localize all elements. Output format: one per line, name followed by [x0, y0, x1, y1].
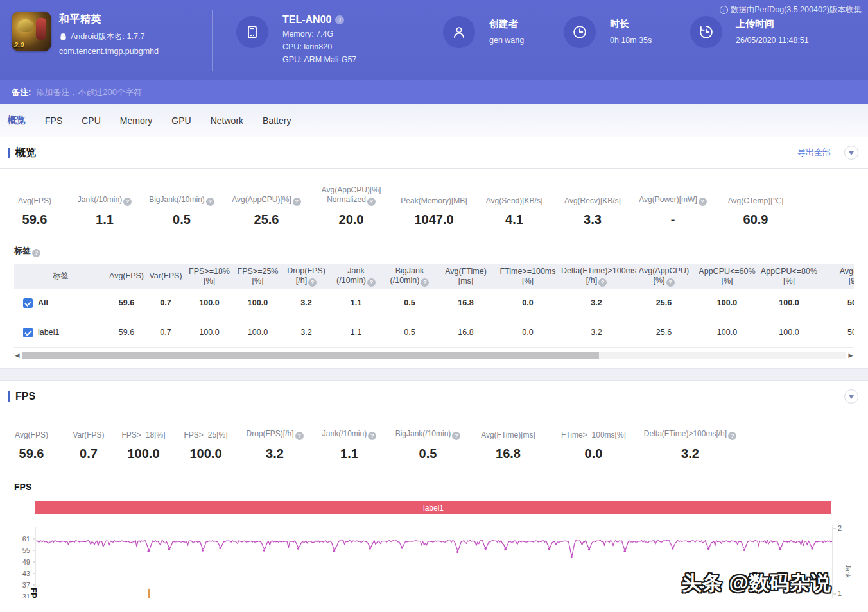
column-header: FPS>=18%[%]	[186, 267, 233, 286]
upload-value: 26/05/2020 11:48:51	[736, 36, 809, 45]
table-cell: 1.1	[330, 328, 382, 337]
help-icon[interactable]: ?	[32, 249, 40, 257]
clock-icon	[571, 24, 588, 40]
help-icon[interactable]: ?	[206, 198, 214, 206]
app-package: com.tencent.tmgp.pubgmhd	[59, 47, 159, 56]
svg-text:1: 1	[838, 590, 842, 597]
help-icon[interactable]: ?	[367, 278, 376, 287]
upload-icon-circle	[690, 16, 722, 48]
device-info-icon[interactable]: i	[335, 15, 344, 24]
device-cpu: CPU: kirin820	[282, 42, 356, 51]
help-icon[interactable]: ?	[666, 278, 675, 287]
stat-avg-appcpu-: Avg(AppCPU)[%]?25.6	[223, 195, 309, 227]
help-icon[interactable]: ?	[452, 432, 460, 440]
stat-value: 60.9	[714, 212, 797, 227]
fps-collapse-button[interactable]	[844, 389, 858, 404]
device-memory: Memory: 7.4G	[282, 30, 356, 38]
help-icon[interactable]: ?	[308, 278, 317, 287]
column-header: Delta(FTime)>100ms[/h]?	[561, 266, 632, 287]
help-icon[interactable]: ?	[293, 198, 301, 206]
tab-GPU[interactable]: GPU	[171, 115, 191, 126]
stat-label: Avg(Send)[KB/s]	[475, 196, 553, 206]
help-icon[interactable]: ?	[421, 278, 429, 287]
user-icon	[451, 24, 467, 40]
stat-avg-ctemp-: Avg(CTemp)[℃]60.9	[714, 196, 797, 227]
stat-label: FTime>=100ms[%]	[548, 430, 639, 440]
stat-drop-fps-h-: Drop(FPS)[/h]?3.2	[239, 429, 311, 461]
tab-Battery[interactable]: Battery	[263, 115, 291, 126]
table-row-label1: label159.60.7100.0100.03.21.10.516.80.03…	[14, 318, 854, 348]
collect-note-text: 数据由PerfDog(3.5.200402)版本收集	[731, 4, 862, 15]
column-header: Avg(FTime)[ms]	[437, 267, 494, 286]
table-cell: 16.8	[437, 328, 494, 337]
table-cell: 3.2	[282, 328, 330, 337]
svg-text:Jank: Jank	[844, 565, 851, 579]
phone-icon	[245, 24, 260, 40]
help-icon[interactable]: ?	[699, 198, 707, 206]
note-bar[interactable]: 备注: 添加备注，不超过200个字符	[0, 80, 868, 104]
report-header: i 数据由PerfDog(3.5.200402)版本收集 2.0 和平精英 An…	[0, 0, 868, 80]
table-header-row: 标签Avg(FPS)Var(FPS)FPS>=18%[%]FPS>=25%[%]…	[14, 264, 854, 289]
device-gpu: GPU: ARM Mali-G57	[282, 55, 356, 64]
column-header: Avg(AppCPU)[%]?	[632, 266, 696, 287]
table-cell: 3.2	[561, 328, 632, 337]
stat-label: FPS>=18[%]	[114, 430, 173, 440]
svg-text:2: 2	[838, 525, 842, 532]
row-checkbox[interactable]	[23, 328, 33, 337]
tab-bar: 概览FPSCPUMemoryGPUNetworkBattery	[0, 104, 868, 137]
table-scrollbar: ◀ ▶	[14, 352, 854, 359]
stat-label: Peak(Memory)[MB]	[393, 196, 475, 206]
scroll-left-arrow[interactable]: ◀	[14, 352, 21, 359]
tab-CPU[interactable]: CPU	[82, 115, 101, 126]
creator-value: gen wang	[489, 36, 524, 45]
stat-label: Jank(/10min)?	[69, 195, 140, 206]
stat-avg-send-kb-s-: Avg(Send)[KB/s]4.1	[475, 196, 553, 227]
table-cell: 25.6	[632, 328, 696, 337]
table-cell: 100.0	[758, 298, 820, 308]
labels-title: 标签?	[14, 245, 868, 257]
column-header: FTime>=100ms[%]	[494, 267, 561, 286]
device-model: TEL-AN00	[282, 14, 331, 26]
help-icon[interactable]: ?	[368, 432, 376, 440]
chart-label-banner-text: label1	[423, 504, 444, 513]
stat-value: 100.0	[173, 446, 239, 461]
title-accent-bar	[8, 391, 10, 402]
section-gap	[0, 368, 868, 381]
stat-value: 0.5	[140, 212, 223, 227]
stat-label: Var(FPS)	[63, 430, 114, 440]
note-input[interactable]: 添加备注，不超过200个字符	[36, 87, 142, 98]
note-label: 备注:	[12, 87, 31, 98]
stat-bigjank-10min-: BigJank(/10min)?0.5	[140, 195, 223, 227]
export-all-link[interactable]: 导出全部	[797, 147, 831, 158]
tab-Network[interactable]: Network	[211, 115, 243, 126]
stat-ftime-100ms-: FTime>=100ms[%]0.0	[548, 430, 639, 461]
row-checkbox[interactable]	[23, 298, 33, 308]
scroll-right-arrow[interactable]: ▶	[847, 352, 854, 359]
app-icon-badge: 2.0	[14, 41, 24, 49]
scrollbar-track[interactable]	[22, 352, 846, 359]
overview-collapse-button[interactable]	[844, 146, 858, 160]
column-header: Var(FPS)	[146, 271, 186, 281]
help-icon[interactable]: ?	[598, 278, 607, 287]
table-cell: 50	[820, 298, 854, 308]
tab-概览[interactable]: 概览	[8, 115, 26, 126]
help-icon[interactable]: ?	[295, 432, 304, 440]
stat-value: 25.6	[223, 212, 309, 227]
scrollbar-thumb[interactable]	[22, 352, 599, 359]
tab-Memory[interactable]: Memory	[120, 115, 153, 126]
stat-fps-18-: FPS>=18[%]100.0	[114, 430, 173, 461]
help-icon[interactable]: ?	[123, 198, 132, 206]
tab-FPS[interactable]: FPS	[45, 115, 62, 126]
chevron-down-icon	[849, 151, 854, 155]
info-icon: i	[720, 6, 728, 14]
help-icon[interactable]: ?	[728, 432, 736, 440]
table-cell: 100.0	[186, 298, 233, 308]
stat-label: Jank(/10min)?	[311, 429, 388, 440]
stat-value: 1047.0	[393, 212, 475, 227]
overview-title: 概览	[15, 146, 36, 160]
stat-value: 20.0	[309, 212, 393, 227]
help-icon[interactable]: ?	[367, 198, 376, 206]
table-cell: 3.2	[561, 298, 632, 308]
stat-avg-power-mw-: Avg(Power)[mW]?-	[632, 195, 714, 227]
table-cell: 0.7	[146, 298, 186, 308]
